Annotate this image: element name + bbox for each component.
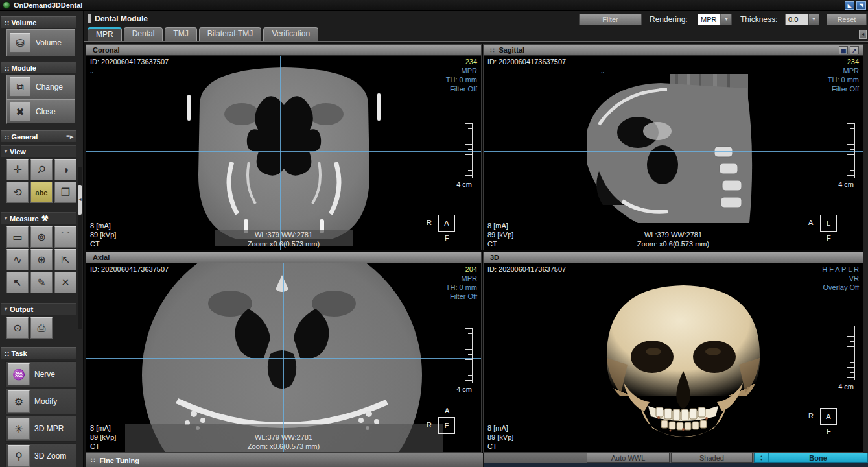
filter-button[interactable]: Filter — [579, 14, 642, 25]
panel-collapse-icon[interactable]: ◄ — [859, 30, 867, 39]
sagittal-canvas[interactable]: ID: 20200604173637507 .. 234 MPR TH: 0 m… — [484, 56, 863, 250]
rotate-tool-button[interactable]: ⟲ — [6, 182, 29, 203]
delete-x-icon: ✕ — [61, 276, 69, 289]
pan-tool-button[interactable]: ✛ — [6, 159, 29, 180]
sagittal-header[interactable]: ∷ Sagittal ▦ ↗ — [484, 45, 863, 56]
annotation-tool-button[interactable]: abc — [30, 182, 53, 203]
angle-measure-button[interactable]: ⌒ — [54, 226, 76, 248]
coronal-header[interactable]: Coronal — [86, 45, 481, 56]
app-title: OnDemand3DDental — [14, 1, 82, 9]
3d-header[interactable]: 3D — [484, 252, 863, 263]
capture-button[interactable]: ⊙ — [6, 317, 29, 339]
ruler-measure-button[interactable]: ▭ — [6, 226, 29, 248]
task-nerve-button[interactable]: ♒ Nerve — [5, 361, 76, 387]
rendering-select[interactable]: MPR ▼ — [698, 14, 732, 25]
3d-volume-render[interactable] — [586, 279, 780, 440]
sagittal-crosshair-horizontal[interactable] — [484, 151, 863, 152]
tag-measure-button[interactable]: ⇱ — [54, 249, 76, 270]
change-module-button[interactable]: ⧉ Change — [6, 75, 75, 99]
sagittal-slice-number: 234 — [828, 57, 859, 66]
tab-verification[interactable]: Verification — [263, 27, 318, 41]
view-subsection-header[interactable]: ▾ View — [1, 145, 76, 157]
preset-spinner-icon[interactable]: ▲ ▼ — [755, 453, 769, 462]
axial-canvas[interactable]: ID: 20200604173637507 204 MPR TH: 0 mm F… — [86, 263, 481, 452]
coronal-crosshair-vertical[interactable] — [280, 56, 281, 250]
cube-view-tool-button[interactable]: ❒ — [54, 182, 76, 203]
close-module-icon: ✖ — [10, 102, 30, 121]
print-button[interactable]: ⎙ — [30, 317, 53, 339]
tab-dental[interactable]: Dental — [124, 27, 163, 41]
module-section-header[interactable]: :: Module — [1, 62, 76, 73]
select-tool-button[interactable]: ↖ — [6, 272, 29, 293]
nerve-icon: ♒ — [8, 363, 30, 385]
axial-crosshair-horizontal[interactable] — [86, 358, 481, 359]
thickness-select[interactable]: 0.0 ▼ — [785, 14, 819, 25]
preset-dropdown[interactable]: ▲ ▼ Bone — [754, 453, 868, 463]
fine-tuning-bar[interactable]: ∷ Fine Tuning — [86, 453, 483, 467]
output-subsection-header[interactable]: ▾ Output — [1, 303, 76, 315]
rendering-value: MPR — [698, 14, 721, 25]
sagittal-ct-image[interactable] — [560, 74, 764, 224]
window-minimize-icon[interactable]: ◣ — [845, 1, 854, 10]
task-section-header[interactable]: :: Task — [1, 347, 76, 359]
auto-wwl-button[interactable]: Auto WWL — [587, 453, 670, 463]
measure-subsection-header[interactable]: ▾ Measure ⚒ — [1, 212, 76, 224]
tab-mpr[interactable]: MPR — [88, 27, 122, 41]
window-restore-icon[interactable]: ◥ — [856, 1, 866, 10]
3d-mpr-icon: ✳ — [8, 418, 30, 440]
tape-measure-button[interactable]: ⊚ — [30, 226, 53, 248]
3d-canvas[interactable]: ID: 20200604173637507 H F A P L R VR Ove… — [484, 263, 863, 452]
delete-measure-button[interactable]: ✕ — [54, 272, 76, 293]
sagittal-orientation-marker: A L F — [801, 203, 849, 245]
chevron-down-icon[interactable]: ▼ — [808, 14, 819, 25]
axial-window-info: WL:379 WW:2781 Zoom: x0.6(0.573 mm) — [248, 433, 320, 451]
drag-grip-icon: ∷ — [490, 47, 495, 54]
preset-value: Bone — [769, 453, 867, 462]
tab-bilateral-tmj[interactable]: Bilateral-TMJ — [199, 27, 262, 41]
axial-filter-status: Filter Off — [446, 292, 477, 301]
axial-slice-number: 204 — [446, 265, 477, 274]
axial-acquisition-info: 8 [mA] 89 [kVp] CT — [90, 424, 116, 451]
coronal-crosshair-horizontal[interactable] — [86, 151, 481, 152]
viewport-grid: Coronal — [86, 44, 863, 453]
general-section-header[interactable]: :: General ≡▸ — [1, 130, 76, 142]
coronal-ct-image[interactable] — [187, 64, 381, 246]
coronal-canvas[interactable]: ID: 20200604173637507 .. 234 MPR TH: 0 m… — [86, 56, 481, 250]
coronal-title: Coronal — [93, 46, 120, 54]
sidebar-collapse-icon[interactable]: ◄ — [78, 197, 82, 202]
profile-measure-button[interactable]: ∿ — [6, 249, 29, 270]
3d-acquisition-info: 8 [mA] 89 [kVp] CT — [487, 424, 513, 451]
sagittal-crosshair-vertical[interactable] — [677, 56, 677, 250]
cube-icon: ❒ — [61, 186, 70, 198]
thickness-value: 0.0 — [785, 14, 808, 25]
coronal-overlay-top-right: 234 MPR TH: 0 mm Filter Off — [446, 57, 477, 93]
zoom-icon: ⚲ — [34, 163, 49, 177]
zoom-tool-button[interactable]: ⚲ — [30, 159, 53, 180]
close-module-button[interactable]: ✖ Close — [6, 99, 75, 124]
module-title: Dental Module — [88, 14, 148, 23]
measure-tools-icon[interactable]: ⚒ — [41, 214, 49, 223]
volume-section-header[interactable]: :: Volume — [1, 16, 76, 28]
axial-header[interactable]: Axial — [86, 252, 481, 263]
chevron-down-icon[interactable]: ▼ — [721, 14, 732, 25]
task-modify-button[interactable]: ⚙ Modify — [5, 389, 76, 414]
expand-view-icon[interactable]: ↗ — [850, 46, 859, 54]
brightness-tool-button[interactable]: ◑ — [54, 159, 76, 180]
volume-button[interactable]: ⛁ Volume — [6, 29, 75, 56]
app-logo-icon — [3, 1, 10, 9]
protractor-icon: ⌒ — [60, 230, 71, 244]
area-measure-button[interactable]: ⊕ — [30, 249, 53, 270]
collapse-triangle-icon: ▾ — [5, 215, 7, 221]
general-menu-icon[interactable]: ≡▸ — [66, 133, 73, 140]
layout-grid-icon[interactable]: ▦ — [839, 46, 848, 54]
task-3dmpr-button[interactable]: ✳ 3D MPR — [5, 416, 76, 442]
axial-thickness: TH: 0 mm — [446, 283, 477, 292]
edit-measure-button[interactable]: ✎ — [30, 272, 53, 293]
tab-tmj[interactable]: TMJ — [165, 27, 196, 41]
shaded-button[interactable]: Shaded — [671, 453, 753, 463]
collapse-triangle-icon: ▾ — [5, 149, 7, 154]
coronal-window-info: WL:379 WW:2781 Zoom: x0.6(0.573 mm) — [248, 230, 320, 248]
tape-measure-icon: ⊚ — [37, 231, 45, 243]
task-3dzoom-button[interactable]: ⚲ 3D Zoom — [5, 443, 76, 467]
reset-button[interactable]: Reset — [827, 14, 867, 25]
